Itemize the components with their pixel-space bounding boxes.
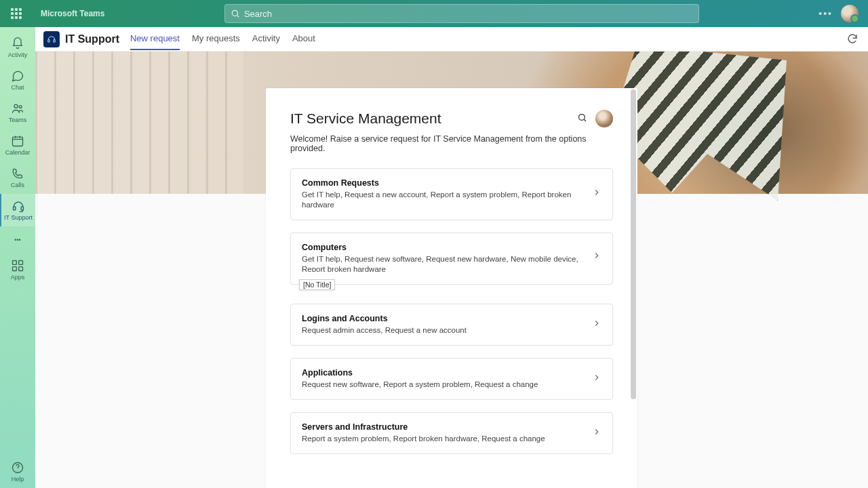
left-rail: Activity Chat Teams Calendar Calls IT Su… (0, 27, 35, 488)
card-title: Servers and Infrastructure (302, 422, 584, 432)
rail-item-apps[interactable]: Apps (0, 253, 35, 286)
tab-about[interactable]: About (292, 28, 315, 50)
chevron-right-icon (592, 188, 601, 200)
teams-icon (11, 102, 24, 115)
svg-line-1 (237, 16, 239, 18)
profile-avatar[interactable] (841, 5, 859, 22)
app-title: Microsoft Teams (41, 9, 104, 18)
rail-item-chat[interactable]: Chat (0, 64, 35, 96)
panel-head-actions (577, 110, 613, 127)
rail-item-it-support[interactable]: IT Support (0, 194, 35, 226)
svg-rect-16 (48, 39, 50, 42)
card-text: Servers and Infrastructure Report a syst… (302, 422, 584, 444)
calendar-icon (11, 134, 24, 148)
page-header: IT Support New request My requests Activ… (35, 27, 868, 52)
app-name: IT Support (65, 33, 119, 45)
svg-rect-17 (54, 39, 55, 42)
rail-label: IT Support (4, 214, 33, 221)
tooltip: [No Title] (299, 279, 335, 290)
panel-head: IT Service Management (290, 110, 613, 127)
card-desc: Get IT help, Request new software, Reque… (302, 254, 584, 272)
svg-rect-9 (21, 207, 23, 210)
card-desc: Report a system problem, Report broken h… (302, 434, 584, 444)
app-badge (43, 31, 60, 47)
svg-rect-10 (13, 261, 17, 265)
tabs: New request My requests Activity About (130, 28, 315, 50)
app-launcher-button[interactable] (5, 3, 27, 24)
scrollbar-thumb[interactable] (631, 89, 636, 399)
svg-point-18 (579, 114, 585, 120)
rail-item-activity[interactable]: Activity (0, 31, 35, 64)
page-header-actions (846, 33, 860, 46)
rail-label: Help (12, 476, 24, 483)
card-title: Computers (302, 243, 584, 252)
panel-search-button[interactable] (577, 113, 587, 125)
search-icon (577, 113, 587, 123)
rail-label: Calls (11, 182, 24, 188)
card-logins-accounts[interactable]: Logins and Accounts Request admin access… (290, 304, 613, 346)
search-wrap: Search (104, 4, 818, 23)
card-title: Applications (302, 368, 584, 378)
rail-label: Chat (11, 84, 24, 91)
svg-rect-11 (19, 261, 23, 265)
phone-icon (11, 167, 24, 180)
svg-line-19 (584, 119, 586, 121)
headset-icon (12, 199, 25, 213)
card-text: Applications Request new software, Repor… (302, 368, 584, 390)
cards-list: Common Requests Get IT help, Request a n… (290, 168, 613, 454)
card-desc: Request new software, Report a system pr… (302, 380, 584, 390)
scrollbar[interactable] (631, 89, 636, 487)
rail-label: Activity (8, 52, 28, 58)
bell-icon (11, 37, 24, 50)
rail-label: Teams (9, 117, 27, 123)
chat-icon (11, 69, 24, 83)
titlebar-actions: ••• (818, 5, 863, 22)
ellipsis-icon: ••• (14, 237, 20, 243)
apps-icon (11, 259, 24, 272)
card-text: Logins and Accounts Request admin access… (302, 314, 584, 336)
tab-activity[interactable]: Activity (252, 28, 280, 50)
titlebar: Microsoft Teams Search ••• (0, 0, 868, 27)
panel-profile-avatar[interactable] (595, 110, 613, 127)
chevron-right-icon (592, 319, 601, 331)
svg-rect-8 (14, 207, 16, 210)
search-placeholder: Search (244, 9, 272, 19)
svg-point-0 (232, 10, 237, 16)
page: IT Support New request My requests Activ… (35, 27, 868, 488)
body-row: Activity Chat Teams Calendar Calls IT Su… (0, 27, 868, 488)
panel-subtitle: Welcome! Raise a service request for IT … (290, 134, 613, 153)
rail-item-calls[interactable]: Calls (0, 161, 35, 194)
card-text: Computers Get IT help, Request new softw… (302, 243, 584, 272)
refresh-icon (846, 33, 859, 45)
tab-new-request[interactable]: New request (130, 28, 180, 50)
tab-my-requests[interactable]: My requests (192, 28, 240, 50)
waffle-icon (11, 8, 22, 19)
svg-rect-12 (13, 267, 17, 271)
rail-item-teams[interactable]: Teams (0, 96, 35, 129)
card-common-requests[interactable]: Common Requests Get IT help, Request a n… (290, 168, 613, 220)
service-panel: IT Service Management Welcome! Raise a s… (266, 88, 637, 488)
svg-rect-13 (19, 267, 23, 271)
chevron-right-icon (592, 427, 601, 439)
card-desc: Get IT help, Request a new account, Repo… (302, 190, 584, 210)
more-options-button[interactable]: ••• (818, 8, 833, 19)
search-input[interactable]: Search (224, 4, 699, 23)
card-text: Common Requests Get IT help, Request a n… (302, 178, 584, 210)
svg-point-15 (18, 470, 18, 471)
rail-item-calendar[interactable]: Calendar (0, 129, 35, 161)
svg-point-3 (19, 106, 22, 108)
card-computers[interactable]: Computers Get IT help, Request new softw… (290, 232, 613, 285)
card-applications[interactable]: Applications Request new software, Repor… (290, 358, 613, 400)
search-icon (231, 9, 240, 18)
chevron-right-icon (592, 373, 601, 385)
card-servers-infrastructure[interactable]: Servers and Infrastructure Report a syst… (290, 412, 613, 454)
chevron-right-icon (592, 251, 601, 263)
refresh-button[interactable] (846, 33, 860, 46)
content: IT Service Management Welcome! Raise a s… (35, 52, 868, 488)
rail-label: Calendar (5, 149, 31, 156)
svg-point-2 (14, 104, 18, 108)
card-desc: Request admin access, Request a new acco… (302, 325, 584, 336)
rail-item-help[interactable]: Help (0, 455, 35, 488)
svg-rect-4 (13, 137, 23, 146)
rail-more-button[interactable]: ••• (14, 226, 20, 253)
